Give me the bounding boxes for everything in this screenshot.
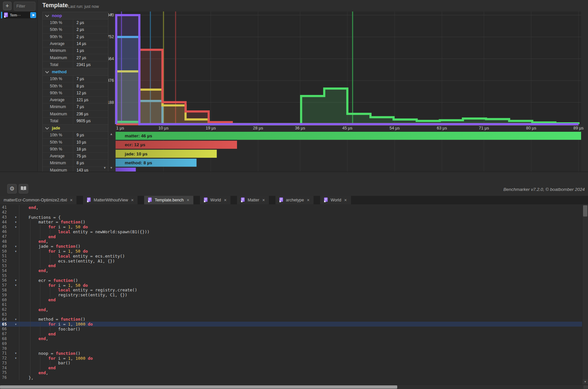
code-line-72[interactable]: 72▾for i = 1, 1000 do [0, 356, 582, 361]
close-icon[interactable]: × [262, 198, 265, 202]
code-text: end, [19, 307, 582, 312]
add-benchmark-button[interactable]: + [3, 2, 11, 10]
fold-arrow-icon[interactable]: ▾ [12, 220, 19, 224]
tab-world[interactable]: World× [320, 196, 351, 204]
fold-arrow-icon[interactable]: ▾ [12, 323, 19, 326]
editor-vertical-scrollbar[interactable]: ▾ [582, 204, 588, 384]
code-line-61[interactable]: 61 [0, 302, 582, 307]
stat-label: 50th % [43, 84, 73, 88]
code-line-41[interactable]: 41end, [0, 205, 582, 210]
token: end [48, 332, 56, 336]
resize-corner[interactable] [583, 385, 588, 389]
stat-row-noop-10th: 10th %2 µs [43, 19, 108, 26]
code-line-50[interactable]: 50▾for i = 1, 50 do [0, 249, 582, 254]
code-line-75[interactable]: 75end, [0, 370, 582, 375]
code-line-68[interactable]: 68end, [0, 336, 582, 341]
code-line-57[interactable]: 57▾for i = 1, 50 do [0, 283, 582, 288]
code-text: end [19, 263, 582, 268]
code-line-67[interactable]: 67end [0, 332, 582, 336]
fold-arrow-icon[interactable]: ▾ [12, 356, 19, 360]
close-icon[interactable]: × [131, 198, 134, 202]
code-line-66[interactable]: 66foo:bar() [0, 327, 582, 332]
benchmark-list-item[interactable]: Tem··· [1, 12, 36, 18]
code-line-51[interactable]: 51local entity = ecs.entity() [0, 254, 582, 259]
code-line-49[interactable]: 49▾jade = function() [0, 244, 582, 249]
legend-scroll-up-icon[interactable]: ▴ [109, 132, 114, 136]
indent-guide [40, 249, 40, 254]
fold-arrow-icon[interactable]: ▾ [12, 284, 19, 287]
code-text: for i = 1, 1000 do [19, 322, 582, 327]
code-line-62[interactable]: 62end, [0, 307, 582, 312]
chart-scroll-down-icon[interactable]: ▾ [109, 166, 114, 170]
tab-matterecr-common-optimize2-rbxl[interactable]: matterEcr-Common-Optimize2.rbxl× [0, 196, 76, 204]
code-line-46[interactable]: 46local entity = newWorld:spawn(B1({})) [0, 229, 582, 234]
code-line-64[interactable]: 64▾method = function() [0, 317, 582, 322]
code-line-53[interactable]: 53end [0, 263, 582, 268]
fold-arrow-icon[interactable]: ▾ [12, 318, 19, 321]
code-line-74[interactable]: 74end [0, 365, 582, 370]
docs-button[interactable] [19, 184, 28, 194]
tab-matter[interactable]: Matter× [237, 196, 269, 204]
code-text: registry:set(entity, C1, {}) [19, 292, 582, 297]
code-text: end, [19, 268, 582, 273]
code-line-59[interactable]: 59registry:set(entity, C1, {}) [0, 292, 582, 297]
tab-world[interactable]: World× [200, 196, 231, 204]
fold-arrow-icon[interactable]: ▾ [12, 352, 19, 355]
code-line-73[interactable]: 73bar() [0, 361, 582, 366]
code-line-52[interactable]: 52ecs.set(entity, A1, {}) [0, 259, 582, 263]
run-benchmark-button[interactable] [30, 12, 36, 18]
code-line-63[interactable]: 63 [0, 312, 582, 317]
code-line-45[interactable]: 45▾for i = 1, 50 do [0, 224, 582, 229]
code-line-58[interactable]: 58local entity = registry.create() [0, 288, 582, 293]
code-line-71[interactable]: 71▾noop = function() [0, 351, 582, 356]
stats-section-header-method[interactable]: method [43, 68, 108, 76]
code-line-47[interactable]: 47end [0, 234, 582, 239]
legend-bar-matter [116, 132, 581, 140]
code-line-44[interactable]: 44▾matter = function() [0, 219, 582, 224]
code-line-69[interactable]: 69 [0, 341, 582, 346]
scrollbar-thumb[interactable] [0, 385, 397, 389]
code-line-76[interactable]: 76}, [0, 375, 582, 380]
token: end [48, 297, 56, 302]
line-number: 74 [0, 366, 12, 370]
code-line-65[interactable]: 65▾for i = 1, 1000 do [0, 322, 582, 327]
editor-horizontal-scrollbar[interactable] [0, 384, 588, 389]
stats-section-header-jade[interactable]: jade [43, 125, 108, 132]
legend-bar-label: matter: 46 µs [125, 133, 152, 138]
close-icon[interactable]: × [307, 198, 310, 202]
close-icon[interactable]: × [344, 198, 347, 202]
scroll-down-icon[interactable]: ▾ [582, 379, 588, 384]
settings-button[interactable]: ⚙ [7, 184, 17, 194]
code-line-42[interactable]: 42 [0, 210, 582, 215]
fold-arrow-icon[interactable]: ▾ [12, 245, 19, 248]
bench-script-icon [4, 12, 8, 18]
code-line-60[interactable]: 60end [0, 297, 582, 302]
close-icon[interactable]: × [186, 198, 189, 202]
fold-arrow-icon[interactable]: ▾ [12, 250, 19, 253]
code-line-56[interactable]: 56▾ecr = function() [0, 278, 582, 283]
code-text: local entity = newWorld:spawn(B1({})) [19, 229, 582, 234]
code-line-55[interactable]: 55 [0, 273, 582, 278]
fold-arrow-icon[interactable]: ▾ [12, 216, 19, 219]
stat-value: 10 µs [73, 139, 108, 145]
filter-input[interactable] [14, 2, 35, 11]
close-icon[interactable]: × [224, 198, 227, 202]
fold-arrow-icon[interactable]: ▾ [12, 279, 19, 282]
token: Functions = { [29, 215, 61, 220]
stats-section-header-noop[interactable]: noop [43, 12, 108, 19]
scrollbar-thumb[interactable] [583, 205, 587, 217]
code-line-70[interactable]: 70 [0, 346, 582, 351]
stats-scroll-down-icon[interactable]: ▾ [102, 166, 107, 170]
code-line-48[interactable]: 48end, [0, 239, 582, 244]
tab-template-bench[interactable]: Template.bench× [144, 196, 193, 204]
fold-arrow-icon[interactable]: ▾ [12, 225, 19, 229]
close-icon[interactable]: × [70, 198, 73, 202]
tab-matterwithoutview[interactable]: MatterWithoutView× [83, 196, 138, 204]
chart-scroll-up-icon[interactable]: ▴ [109, 12, 114, 15]
code-line-43[interactable]: 43▾Functions = { [0, 215, 582, 220]
code-editor[interactable]: 41end,4243▾Functions = {44▾matter = func… [0, 204, 588, 384]
token [80, 283, 83, 288]
tab-archetype[interactable]: archetype× [275, 196, 314, 204]
token: i = [56, 249, 68, 254]
code-line-54[interactable]: 54end, [0, 268, 582, 273]
